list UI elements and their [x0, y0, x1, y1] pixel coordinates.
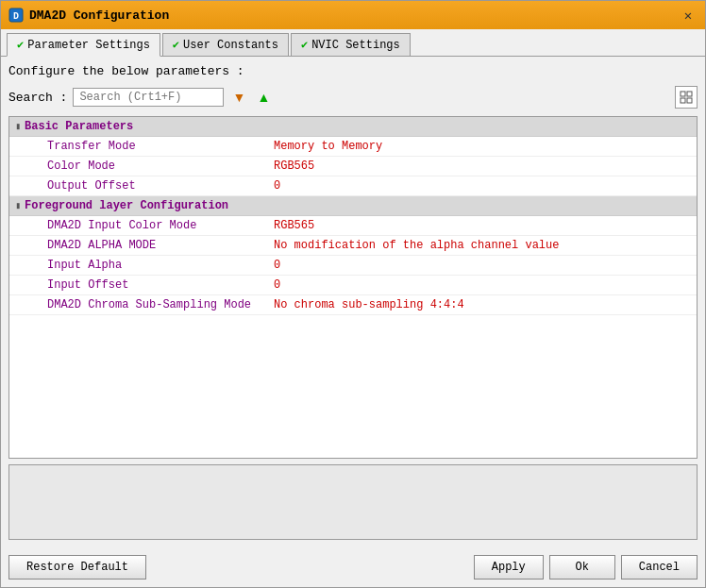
tab-nvic-settings[interactable]: ✔ NVIC Settings [291, 33, 411, 56]
search-bar: Search : ▼ ▲ [8, 86, 698, 109]
row-input-alpha[interactable]: Input Alpha 0 [9, 256, 697, 276]
param-value-alphamode: No modification of the alpha channel val… [274, 239, 697, 252]
apply-button[interactable]: Apply [474, 555, 544, 580]
check-icon-nvic: ✔ [301, 38, 308, 52]
tab-parameter-settings[interactable]: ✔ Parameter Settings [7, 33, 160, 57]
param-value-colormode: RGB565 [274, 160, 697, 173]
tab-param-label: Parameter Settings [27, 39, 150, 52]
section-basic-title: Basic Parameters [25, 120, 133, 133]
main-content: Configure the below parameters : Search … [1, 57, 705, 547]
tab-user-constants[interactable]: ✔ User Constants [162, 33, 289, 56]
param-name-transfer: Transfer Mode [9, 140, 274, 153]
footer-right: Apply Ok Cancel [474, 555, 698, 580]
check-icon-param: ✔ [17, 38, 24, 52]
lower-panel [8, 464, 698, 540]
search-input[interactable] [73, 88, 224, 107]
section-fg-title: Foreground layer Configuration [25, 199, 228, 212]
search-label: Search : [8, 91, 67, 105]
param-name-inputoffset: Input Offset [9, 278, 274, 292]
row-alpha-mode[interactable]: DMA2D ALPHA MODE No modification of the … [9, 236, 697, 256]
section-basic-params[interactable]: ▮ Basic Parameters [9, 117, 697, 137]
description-text: Configure the below parameters : [8, 64, 698, 78]
svg-rect-4 [681, 98, 685, 103]
row-input-offset[interactable]: Input Offset 0 [9, 276, 697, 295]
row-output-offset[interactable]: Output Offset 0 [9, 176, 697, 196]
collapse-icon-fg: ▮ [15, 200, 21, 211]
param-name-inputalpha: Input Alpha [9, 259, 274, 272]
check-icon-user: ✔ [173, 38, 179, 52]
search-prev-button[interactable]: ▼ [229, 88, 248, 107]
svg-text:D: D [13, 11, 19, 22]
cancel-button[interactable]: Cancel [621, 555, 698, 580]
param-name-alphamode: DMA2D ALPHA MODE [9, 239, 274, 252]
footer: Restore Default Apply Ok Cancel [1, 547, 705, 587]
svg-rect-3 [687, 92, 692, 96]
row-color-mode[interactable]: Color Mode RGB565 [9, 157, 697, 176]
param-value-inputoffset: 0 [274, 278, 697, 292]
svg-rect-2 [681, 92, 685, 96]
grid-view-button[interactable] [675, 86, 698, 109]
param-value-inputalpha: 0 [274, 259, 697, 272]
param-value-transfer: Memory to Memory [274, 140, 697, 153]
param-name-inputcolor: DMA2D Input Color Mode [9, 219, 274, 232]
close-button[interactable]: ✕ [679, 6, 698, 25]
tab-user-label: User Constants [183, 39, 278, 52]
param-value-inputcolor: RGB565 [274, 219, 697, 232]
restore-default-button[interactable]: Restore Default [8, 555, 146, 580]
param-name-colormode: Color Mode [9, 160, 274, 173]
row-input-color-mode[interactable]: DMA2D Input Color Mode RGB565 [9, 216, 697, 236]
row-chroma-subsampling[interactable]: DMA2D Chroma Sub-Sampling Mode No chroma… [9, 295, 697, 315]
ok-button[interactable]: Ok [549, 555, 615, 580]
tab-bar: ✔ Parameter Settings ✔ User Constants ✔ … [1, 29, 705, 57]
svg-rect-5 [687, 98, 692, 103]
main-window: D DMA2D Configuration ✕ ✔ Parameter Sett… [0, 0, 706, 588]
collapse-icon-basic: ▮ [15, 121, 21, 132]
param-value-chroma: No chroma sub-sampling 4:4:4 [274, 298, 697, 311]
app-icon: D [8, 8, 24, 23]
window-title: DMA2D Configuration [29, 8, 679, 23]
title-bar: D DMA2D Configuration ✕ [1, 1, 705, 29]
param-name-chroma: DMA2D Chroma Sub-Sampling Mode [9, 298, 274, 311]
param-name-outputoffset: Output Offset [9, 179, 274, 193]
search-next-button[interactable]: ▲ [254, 88, 273, 107]
row-transfer-mode[interactable]: Transfer Mode Memory to Memory [9, 137, 697, 157]
tab-nvic-label: NVIC Settings [311, 39, 400, 52]
section-foreground-layer[interactable]: ▮ Foreground layer Configuration [9, 196, 697, 216]
param-value-outputoffset: 0 [274, 179, 697, 193]
parameters-table: ▮ Basic Parameters Transfer Mode Memory … [8, 116, 698, 459]
